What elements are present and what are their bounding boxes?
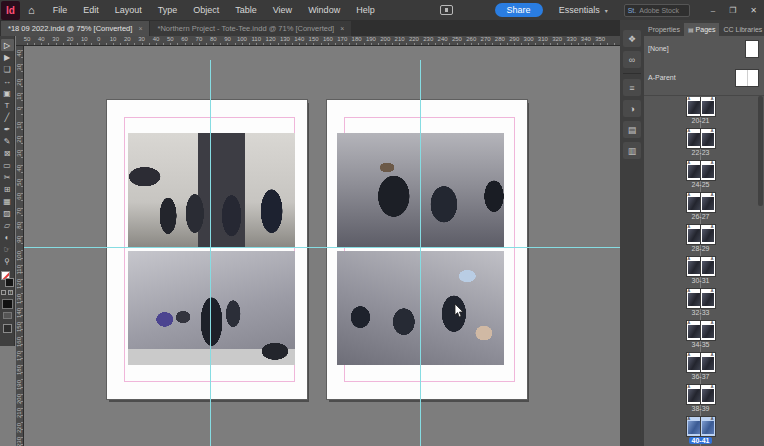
hand-tool[interactable]: ☞ [1, 243, 14, 255]
pages-panel-spread[interactable]: AA34-35 [644, 321, 757, 353]
formatting-affects-container-button[interactable] [1, 290, 6, 295]
minimize-button[interactable]: – [704, 6, 722, 15]
ruler-guide-vertical-right[interactable] [420, 60, 421, 446]
free-transform-tool[interactable]: ⊞ [1, 183, 14, 195]
page-thumbnail[interactable]: A [701, 417, 715, 436]
home-icon[interactable]: ⌂ [28, 4, 35, 16]
color-theme-tool[interactable]: ◐ [1, 231, 14, 243]
pages-panel-spread[interactable]: AA40-41 [644, 417, 757, 446]
swatches-panel-icon[interactable]: ▥ [623, 142, 641, 159]
tab-pages[interactable]: ▤Pages [684, 23, 720, 36]
spread-thumbnails[interactable]: AA [687, 161, 715, 180]
pages-panel-spread[interactable]: AA30-31 [644, 257, 757, 289]
pages-panel-spread[interactable]: AA26-27 [644, 193, 757, 225]
formatting-affects-text-button[interactable]: T [8, 290, 13, 295]
scissors-tool[interactable]: ✂ [1, 171, 14, 183]
page-thumbnail[interactable]: A [687, 225, 701, 244]
page-thumbnail[interactable]: A [701, 193, 715, 212]
parent-page-thumbnail[interactable] [746, 41, 758, 57]
fill-stroke-proxy[interactable] [1, 271, 14, 287]
zoom-tool[interactable]: ⚲ [1, 255, 14, 267]
spread-thumbnails[interactable]: AA [687, 129, 715, 148]
menu-edit[interactable]: Edit [75, 0, 107, 20]
page-thumbnail[interactable]: A [701, 289, 715, 308]
paragraph-styles-panel-icon[interactable]: ▤ [623, 121, 641, 138]
spread-thumbnails[interactable]: AA [687, 225, 715, 244]
pencil-tool[interactable]: ✎ [1, 135, 14, 147]
page-thumbnail[interactable]: A [701, 129, 715, 148]
color-panel-icon[interactable]: ◑ [623, 100, 641, 117]
page-thumbnail[interactable]: A [687, 161, 701, 180]
gradient-feather-tool[interactable]: ▨ [1, 207, 14, 219]
menu-table[interactable]: Table [227, 0, 265, 20]
rectangle-tool[interactable]: ▭ [1, 159, 14, 171]
scrollbar-thumb[interactable] [758, 96, 763, 206]
restore-button[interactable]: ❐ [722, 6, 743, 15]
content-collector-tool[interactable]: ▣ [1, 87, 14, 99]
page-thumbnail[interactable]: A [701, 225, 715, 244]
tab-properties[interactable]: Properties [644, 23, 684, 36]
type-tool[interactable]: T [1, 99, 14, 111]
page-left[interactable] [107, 100, 307, 399]
spread-thumbnails[interactable]: AA [687, 97, 715, 116]
document-tab-2[interactable]: *Northern Project - Tote-Tee.indd @ 71% … [150, 21, 351, 36]
share-button[interactable]: Share [495, 3, 543, 17]
photo-frame-top-left[interactable] [128, 133, 295, 248]
direct-selection-tool[interactable]: ▶ [1, 51, 14, 63]
parent-page-row[interactable]: A-Parent [644, 65, 764, 94]
ruler-guide-vertical-left[interactable] [210, 60, 211, 446]
note-tool[interactable]: ▱ [1, 219, 14, 231]
page-thumbnail[interactable]: A [687, 353, 701, 372]
pages-panel-spread[interactable]: AA24-25 [644, 161, 757, 193]
stroke-panel-icon[interactable]: ≡ [623, 79, 641, 96]
links-panel-icon[interactable]: ∞ [623, 51, 641, 68]
menu-view[interactable]: View [265, 0, 300, 20]
pages-panel-spread[interactable]: AA28-29 [644, 225, 757, 257]
pages-scrollbar[interactable] [758, 80, 763, 446]
spread-thumbnails[interactable]: AA [687, 353, 715, 372]
rectangle-frame-tool[interactable]: ⊠ [1, 147, 14, 159]
close-tab-icon[interactable]: × [138, 25, 142, 32]
gradient-swatch-tool[interactable]: ▦ [1, 195, 14, 207]
spread-thumbnails[interactable]: AA [687, 417, 715, 436]
document-tab-1[interactable]: *18 09 2022.indd @ 75% [Converted]× [1, 21, 149, 36]
stroke-swatch[interactable] [5, 278, 14, 287]
spread-thumbnails[interactable]: AA [687, 321, 715, 340]
pages-panel-spread[interactable]: AA38-39 [644, 385, 757, 417]
page-thumbnail[interactable]: A [687, 257, 701, 276]
menu-object[interactable]: Object [185, 0, 227, 20]
apply-none-button[interactable] [3, 312, 12, 319]
gap-tool[interactable]: ↔ [1, 75, 14, 87]
page-thumbnail[interactable]: A [701, 385, 715, 404]
line-tool[interactable]: ╱ [1, 111, 14, 123]
page-thumbnail[interactable]: A [701, 321, 715, 340]
pasteboard[interactable] [24, 46, 620, 446]
page-thumbnail[interactable]: A [687, 129, 701, 148]
apply-color-button[interactable] [2, 299, 13, 309]
menu-file[interactable]: File [45, 0, 76, 20]
ruler-guide-horizontal[interactable] [24, 247, 620, 248]
close-button[interactable]: ✕ [743, 6, 764, 15]
horizontal-ruler[interactable]: 5040302010010203040506070809010011012013… [16, 36, 620, 46]
selection-tool[interactable]: ▷ [1, 39, 14, 51]
parent-page-row[interactable]: [None] [644, 36, 764, 65]
menu-type[interactable]: Type [150, 0, 186, 20]
menu-help[interactable]: Help [348, 0, 383, 20]
spread-thumbnails[interactable]: AA [687, 385, 715, 404]
page-thumbnail[interactable]: A [687, 385, 701, 404]
page-thumbnail[interactable]: A [687, 321, 701, 340]
page-tool[interactable]: ❏ [1, 63, 14, 75]
page-thumbnail[interactable]: A [701, 353, 715, 372]
pages-panel-spread[interactable]: AA20-21 [644, 97, 757, 129]
menu-layout[interactable]: Layout [107, 0, 150, 20]
photo-frame-bottom-left[interactable] [128, 251, 295, 365]
close-tab-icon[interactable]: × [340, 25, 344, 32]
pages-panel-spread[interactable]: AA32-33 [644, 289, 757, 321]
page-thumbnail[interactable]: A [701, 257, 715, 276]
workspace-switcher[interactable]: Essentials ▾ [559, 5, 608, 15]
publish-online-icon[interactable] [440, 5, 453, 15]
page-right[interactable] [327, 100, 527, 399]
adobe-stock-search[interactable]: St. Adobe Stock [624, 4, 690, 17]
page-thumbnail[interactable]: A [687, 289, 701, 308]
spread-thumbnails[interactable]: AA [687, 193, 715, 212]
